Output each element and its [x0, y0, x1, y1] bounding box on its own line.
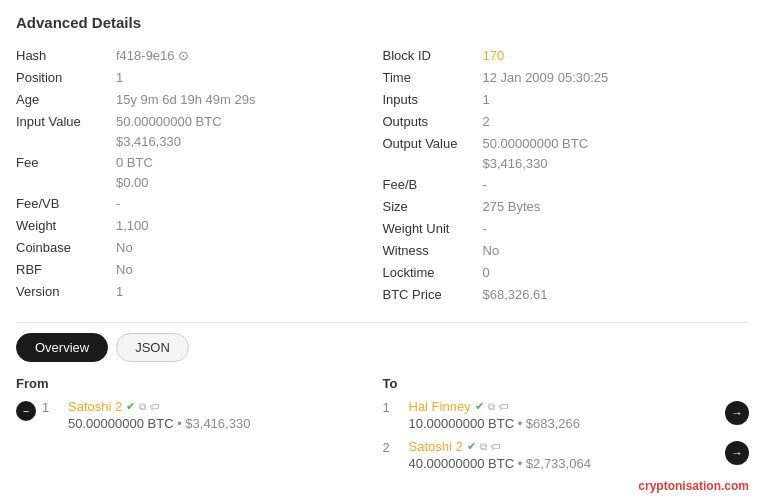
- field-row: Coinbase No: [16, 237, 383, 259]
- field-value: 2: [483, 114, 490, 129]
- field-value: 1: [116, 70, 123, 85]
- tx-info: Satoshi 2 ✔ ⧉ 🏷 50.00000000 BTC • $3,416…: [68, 399, 383, 431]
- field-value: 0 BTC: [116, 155, 153, 170]
- field-sub-value: $0.00: [16, 174, 383, 193]
- tx-usd: • $3,416,330: [177, 416, 250, 431]
- field-value: 275 Bytes: [483, 199, 541, 214]
- details-grid: Hash f418-9e16 ⊙Position 1Age 15y 9m 6d …: [16, 45, 749, 306]
- tx-name: Hal Finney ✔ ⧉ 🏷: [409, 399, 718, 414]
- field-value: 50.00000000 BTC: [116, 114, 222, 129]
- to-section: To 1 Hal Finney ✔ ⧉ 🏷 10.00000000 BTC • …: [383, 376, 750, 493]
- copy-icon[interactable]: ⧉: [488, 401, 495, 413]
- field-value: 1,100: [116, 218, 149, 233]
- to-entry: 2 Satoshi 2 ✔ ⧉ 🏷 40.00000000 BTC • $2,7…: [383, 439, 750, 471]
- field-row: Fee/B -: [383, 174, 750, 196]
- field-row: Inputs 1: [383, 89, 750, 111]
- from-section: From − 1 Satoshi 2 ✔ ⧉ 🏷 50.00000000 BTC…: [16, 376, 383, 493]
- field-row: Weight 1,100: [16, 215, 383, 237]
- right-column: Block ID 170Time 12 Jan 2009 05:30:25Inp…: [383, 45, 750, 306]
- field-label: Outputs: [383, 114, 483, 129]
- divider: [16, 322, 749, 323]
- to-arrow-btn[interactable]: →: [725, 441, 749, 465]
- field-value: f418-9e16 ⊙: [116, 48, 189, 63]
- field-value: 1: [483, 92, 490, 107]
- field-label: Hash: [16, 48, 116, 63]
- field-sub-value: $3,416,330: [16, 133, 383, 152]
- tx-amount: 10.00000000 BTC • $683,266: [409, 416, 718, 431]
- field-label: BTC Price: [383, 287, 483, 302]
- tabs-container: OverviewJSON: [16, 333, 749, 362]
- field-value: 15y 9m 6d 19h 49m 29s: [116, 92, 255, 107]
- field-label: Locktime: [383, 265, 483, 280]
- field-label: Fee: [16, 155, 116, 170]
- field-label: Weight Unit: [383, 221, 483, 236]
- field-value: -: [483, 177, 487, 192]
- field-row: Input Value 50.00000000 BTC: [16, 111, 383, 133]
- field-value: $68,326.61: [483, 287, 548, 302]
- field-label: Witness: [383, 243, 483, 258]
- sender-name[interactable]: Satoshi 2: [68, 399, 122, 414]
- tx-info: Hal Finney ✔ ⧉ 🏷 10.00000000 BTC • $683,…: [409, 399, 718, 431]
- tab-overview[interactable]: Overview: [16, 333, 108, 362]
- field-value: 50.00000000 BTC: [483, 136, 589, 151]
- field-row: Age 15y 9m 6d 19h 49m 29s: [16, 89, 383, 111]
- field-label: Version: [16, 284, 116, 299]
- field-label: Time: [383, 70, 483, 85]
- field-row: Fee/VB -: [16, 193, 383, 215]
- tx-usd: • $2,733,064: [518, 456, 591, 471]
- verified-icon: ✔: [126, 400, 135, 413]
- field-label: Weight: [16, 218, 116, 233]
- field-row: Weight Unit -: [383, 218, 750, 240]
- field-row: Block ID 170: [383, 45, 750, 67]
- field-row: Outputs 2: [383, 111, 750, 133]
- field-label: Coinbase: [16, 240, 116, 255]
- field-row: Locktime 0: [383, 262, 750, 284]
- tx-usd: • $683,266: [518, 416, 580, 431]
- field-row: Hash f418-9e16 ⊙: [16, 45, 383, 67]
- field-row: Witness No: [383, 240, 750, 262]
- from-circle-btn[interactable]: −: [16, 401, 36, 421]
- tx-index: 2: [383, 439, 403, 455]
- field-row: Position 1: [16, 67, 383, 89]
- field-sub-value: $3,416,330: [383, 155, 750, 174]
- field-row: Size 275 Bytes: [383, 196, 750, 218]
- tx-index: 1: [383, 399, 403, 415]
- recipient-name[interactable]: Satoshi 2: [409, 439, 463, 454]
- watermark: cryptonisation.com: [383, 479, 750, 493]
- to-title: To: [383, 376, 750, 391]
- page-title: Advanced Details: [16, 14, 749, 31]
- field-row: Time 12 Jan 2009 05:30:25: [383, 67, 750, 89]
- field-row: Fee 0 BTC: [16, 152, 383, 174]
- field-label: Fee/VB: [16, 196, 116, 211]
- field-label: Block ID: [383, 48, 483, 63]
- copy-icon[interactable]: ⧉: [139, 401, 146, 413]
- recipient-name[interactable]: Hal Finney: [409, 399, 471, 414]
- tx-amount: 40.00000000 BTC • $2,733,064: [409, 456, 718, 471]
- left-column: Hash f418-9e16 ⊙Position 1Age 15y 9m 6d …: [16, 45, 383, 306]
- tag-icon[interactable]: 🏷: [491, 441, 501, 452]
- field-value: 1: [116, 284, 123, 299]
- field-row: BTC Price $68,326.61: [383, 284, 750, 306]
- field-value: -: [116, 196, 120, 211]
- field-value: 12 Jan 2009 05:30:25: [483, 70, 609, 85]
- to-arrow-btn[interactable]: →: [725, 401, 749, 425]
- field-label: Size: [383, 199, 483, 214]
- to-entry: 1 Hal Finney ✔ ⧉ 🏷 10.00000000 BTC • $68…: [383, 399, 750, 431]
- tag-icon[interactable]: 🏷: [499, 401, 509, 412]
- field-label: Age: [16, 92, 116, 107]
- from-title: From: [16, 376, 383, 391]
- copy-icon[interactable]: ⧉: [480, 441, 487, 453]
- verified-icon: ✔: [467, 440, 476, 453]
- tag-icon[interactable]: 🏷: [150, 401, 160, 412]
- field-value: No: [116, 262, 133, 277]
- tx-amount: 50.00000000 BTC • $3,416,330: [68, 416, 383, 431]
- field-value: -: [483, 221, 487, 236]
- tab-json[interactable]: JSON: [116, 333, 189, 362]
- field-label: Fee/B: [383, 177, 483, 192]
- field-label: Position: [16, 70, 116, 85]
- field-label: Output Value: [383, 136, 483, 151]
- tx-index: 1: [42, 399, 62, 415]
- field-value: 170: [483, 48, 505, 63]
- field-row: Output Value 50.00000000 BTC: [383, 133, 750, 155]
- tx-info: Satoshi 2 ✔ ⧉ 🏷 40.00000000 BTC • $2,733…: [409, 439, 718, 471]
